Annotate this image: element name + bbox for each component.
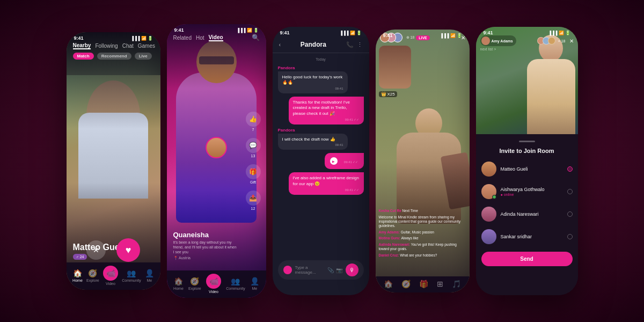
invite-name-matteo: Matteo Gueli [501,166,563,172]
nav2-video[interactable]: 📹 Video [206,274,221,294]
nav-community[interactable]: 👥 Community [122,269,141,282]
invite-item-matteo[interactable]: Matteo Gueli [481,159,573,179]
nav2-community[interactable]: 👥 Community [226,277,245,290]
nav2-explore[interactable]: 🧭 Explore [188,277,201,290]
select-matteo[interactable] [567,166,573,172]
live-comments: Kesha Cut Re Next Time Welcome to Minal … [379,209,466,258]
drag-handle [519,141,535,142]
chat-input[interactable]: Type a message... [295,265,324,275]
mic-button[interactable]: 🎙 [346,264,358,276]
small-video-inset[interactable] [379,46,411,89]
dislike-button[interactable]: ✕ [86,240,106,260]
nav4-explore[interactable]: 🧭 [401,280,411,288]
avatar-matteo [481,162,496,177]
tab-games[interactable]: Games [138,43,155,49]
bottom-nav-4: 🏠 🧭 🎁 ⊞ 🎵 [376,276,470,292]
select-adinda[interactable] [567,211,573,217]
share-action[interactable]: 📤 12 [246,191,261,210]
invite-panel: Invite to Join Room Matteo Gueli Aishwar… [476,134,578,295]
nav-video[interactable]: 📹 Video [103,266,118,286]
invite-header: Amy Adams × 18 ✕ [476,35,578,46]
bottom-nav: 🏠 Home 🧭 Explore 📹 Video 👥 Community 👤 M… [67,262,160,290]
phone-invite: 9:41 ▐▐▐📶🔋 Amy Adams × 18 ✕ next [476,27,578,295]
online-status: ● online [501,193,563,196]
more-icon[interactable]: ⋮ [357,41,363,48]
tab-chat[interactable]: Chat [122,43,134,49]
tab-hot[interactable]: Hot [196,35,204,41]
emoji-icon[interactable] [283,266,292,274]
chat-contact-name: Pandora [281,41,346,48]
side-actions: 👍 7 💬 13 🎁 Gift 📤 12 [246,112,261,210]
avatar-sankar [481,229,496,244]
user-name: Amy Adams [492,39,513,43]
time-label-3: 9:41 [280,30,290,35]
nav-explore[interactable]: 🧭 Explore [86,269,99,282]
time-label-5: 9:41 [484,30,493,35]
nav4-home[interactable]: 🏠 [384,280,393,288]
video-info: Quaneisha It's been a long day without y… [173,231,238,260]
pill-live[interactable]: Live [135,53,152,60]
search-icon-2[interactable]: 🔍 [252,34,260,41]
tab-related[interactable]: Related [173,35,192,41]
search-icon[interactable]: 🔍 [159,42,160,49]
multiplier-badge: 👑 X25 [379,91,397,97]
chat-header: ‹ Pandora 📞 ⋮ [273,36,369,53]
comment-action[interactable]: 💬 13 [246,138,261,158]
phone-chat: 9:41 ▐▐▐📶🔋 ‹ Pandora 📞 ⋮ Today Pandora [273,27,369,295]
bottom-nav-2: 🏠 Home 🧭 Explore 📹 Video 👥 Community 👤 M… [167,270,266,298]
call-icon[interactable]: 📞 [346,41,354,48]
phone-video: 9:41 ▐▐▐📶🔋 Related Hot Video 🔍 👍 7 💬 13 [167,24,266,298]
chat-date: Today [278,57,364,61]
close-icon[interactable]: ✕ [569,38,574,44]
invite-title: Invite to Join Room [481,148,573,154]
pill-match[interactable]: Match [73,53,94,60]
nav2-home[interactable]: 🏠 Home [173,277,184,290]
send-button[interactable]: Send [481,252,573,266]
comment-6: Daniel Cruz: What are your hobbies? [379,253,466,258]
invite-item-aishwarya[interactable]: Aishwarya Gothwalo ● online [481,182,573,201]
invite-name-adinda: Adinda Nareswari [501,211,563,217]
select-aishwarya[interactable] [567,189,573,194]
nav4-gift[interactable]: 🎁 [419,280,428,288]
like-button[interactable]: ♥ [116,238,140,262]
nav2-me[interactable]: 👤 Me [250,277,259,290]
comment-5: Aalinda Nareswari: You've got this! Keep… [379,243,466,252]
comment-2: Welcome to Minal Kindle stream from shar… [379,215,466,229]
comment-1: Kesha Cut Re Next Time [379,209,466,213]
chat-input-bar[interactable]: Type a message... 📎 📷 🎙 [278,260,364,280]
audio-message[interactable]: ▶ 09:41 ✓✓ [278,153,364,169]
video-person-desc: It's been a long day without you my frie… [173,240,238,254]
invite-item-adinda[interactable]: Adinda Nareswari [481,204,573,224]
camera-icon[interactable]: 📷 [336,267,342,273]
phone-nearby: 9:41 ▐▐▐ 📶 🔋 Nearby Following Chat Games… [67,32,160,290]
time-label-4: 9:41 [383,33,393,38]
nav-home[interactable]: 🏠 Home [72,269,83,282]
status-icons-3: ▐▐▐📶🔋 [339,31,361,35]
invite-item-sankar[interactable]: Sankar sridhar [481,227,573,246]
pill-recommend[interactable]: Recommend [97,53,131,60]
nav4-me[interactable]: 🎵 [452,280,461,288]
avatar-adinda [481,207,496,222]
tab-video[interactable]: Video [209,34,223,41]
tab-nearby[interactable]: Nearby [73,42,91,49]
comment-4: Motina Guru: Always like [379,236,466,240]
message-2: Thanks for the motivation! I've created … [278,97,364,125]
next-list-label[interactable]: next list > [476,47,578,51]
avatar-count: × 18 [558,39,566,43]
nav4-apps[interactable]: ⊞ [437,280,443,288]
video-location: 📍 Austria [173,256,238,260]
phone-live: ⊕ 18 LIVE ✕ 9:41 ▐▐▐📶🔋 👑 X25 Kesha Cu [376,30,470,292]
invite-name-aishwarya: Aishwarya Gothwalo [501,187,563,192]
user-avatar [481,36,490,45]
status-icons: ▐▐▐ 📶 🔋 [130,36,152,41]
select-sankar[interactable] [567,234,573,239]
nav-me[interactable]: 👤 Me [145,269,154,282]
message-1: Pandora Hello good luck for today's work… [278,65,364,93]
tab-following[interactable]: Following [95,43,118,49]
clip-icon[interactable]: 📎 [327,267,334,273]
gift-action[interactable]: 🎁 Gift [246,164,261,184]
chat-attachments: 📎 📷 [327,267,342,273]
video-person-name: Quaneisha [173,231,238,239]
like-action[interactable]: 👍 7 [246,112,261,131]
phones-container: 9:41 ▐▐▐ 📶 🔋 Nearby Following Chat Games… [67,11,578,311]
